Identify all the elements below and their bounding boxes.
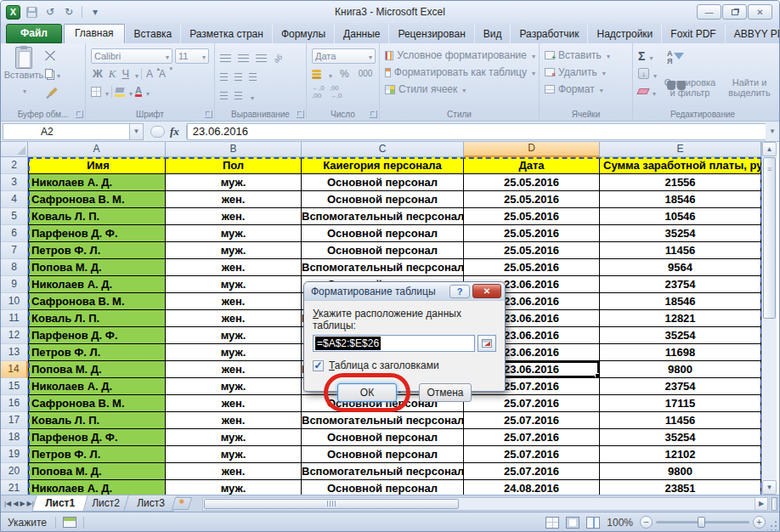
row-header[interactable]: 20 xyxy=(1,463,28,480)
dialog-launcher-icon[interactable] xyxy=(76,110,83,118)
cell-category[interactable]: Вспомогательный песрсонал xyxy=(302,259,464,276)
cell-date[interactable]: 25.05.2016 xyxy=(464,259,600,276)
page-layout-view-icon[interactable] xyxy=(566,517,579,529)
cell-gender[interactable]: муж. xyxy=(166,174,302,191)
ribbon-tab[interactable]: ABBYY PDF Trar xyxy=(725,25,780,43)
cell-date[interactable]: 25.05.2016 xyxy=(464,242,600,259)
delete-cells-button[interactable]: Удалить xyxy=(558,66,597,78)
comma-style-button[interactable]: 000 xyxy=(357,69,375,78)
minimize-button[interactable]: — xyxy=(697,4,721,20)
paste-button[interactable]: Вставить xyxy=(6,47,42,99)
grow-font-button[interactable]: А xyxy=(144,68,155,80)
table-row[interactable]: 20 Попова М. Д. жен. Вспомогательный пес… xyxy=(1,463,779,480)
cell-gender[interactable]: муж. xyxy=(166,446,302,463)
headers-checkbox-row[interactable]: ✓ Таблица с заголовками xyxy=(313,359,496,371)
zoom-out-icon[interactable]: − xyxy=(640,516,653,529)
row-header[interactable]: 7 xyxy=(1,242,28,259)
zoom-level[interactable]: 100% xyxy=(607,517,633,529)
row-header[interactable]: 6 xyxy=(1,225,28,242)
cell-gender[interactable]: муж. xyxy=(166,480,302,495)
scroll-right-icon[interactable]: ▶ xyxy=(755,498,767,510)
cell-name[interactable]: Сафронова В. М. xyxy=(28,191,166,208)
cell-gender[interactable]: муж. xyxy=(166,276,302,293)
cell-category[interactable]: Основной персонал xyxy=(302,174,464,191)
cell-sum[interactable]: 23754 xyxy=(600,378,761,395)
row-header[interactable]: 19 xyxy=(1,446,28,463)
cell-sum[interactable]: 21556 xyxy=(600,174,761,191)
dialog-launcher-icon[interactable] xyxy=(297,110,304,118)
column-header-e[interactable]: E xyxy=(600,142,761,157)
dialog-help-button[interactable]: ? xyxy=(449,285,470,298)
number-format-combo[interactable]: Дата xyxy=(312,48,376,64)
prev-sheet-icon[interactable]: ◀ xyxy=(13,500,18,507)
next-sheet-icon[interactable]: ▶ xyxy=(20,500,25,507)
range-input[interactable]: =$A$2:$E$26 xyxy=(313,335,475,352)
row-header[interactable]: 5 xyxy=(1,208,28,225)
cell-gender[interactable]: жен. xyxy=(166,463,302,480)
cell-sum[interactable]: 35254 xyxy=(600,429,761,446)
vertical-scroll-thumb[interactable] xyxy=(763,157,776,319)
cell-gender[interactable]: жен. xyxy=(166,310,302,327)
row-header[interactable]: 15 xyxy=(1,378,28,395)
cell-sum[interactable]: 17115 xyxy=(600,395,761,412)
conditional-formatting-button[interactable]: Условное форматирование xyxy=(397,49,527,61)
cell-date[interactable]: 25.05.2016 xyxy=(464,174,600,191)
cell-sum[interactable]: 12821 xyxy=(600,310,761,327)
zoom-thumb[interactable] xyxy=(698,517,705,528)
font-name-combo[interactable]: Calibri xyxy=(91,48,172,64)
redo-button[interactable]: ↻ xyxy=(61,4,76,20)
ok-button[interactable]: ОК xyxy=(337,383,397,402)
cell-date[interactable]: 25.07.2016 xyxy=(464,446,600,463)
ribbon-tab[interactable]: Рецензирован xyxy=(388,25,473,43)
cell-name[interactable]: Коваль Л. П. xyxy=(28,208,166,225)
table-row[interactable]: 3 Николаев А. Д. муж. Основной персонал … xyxy=(1,174,779,191)
table-row[interactable]: 17 Коваль Л. П. жен. Вспомогательный пес… xyxy=(1,412,779,429)
align-bottom-icon[interactable] xyxy=(256,54,267,55)
vertical-scrollbar[interactable]: ▲ ▼ xyxy=(761,142,777,495)
align-left-icon[interactable] xyxy=(220,73,228,74)
cell-name[interactable]: Николаев А. Д. xyxy=(28,480,166,495)
cell-gender[interactable]: жен. xyxy=(166,395,302,412)
cell-sum[interactable]: 18546 xyxy=(600,293,761,310)
ribbon-tab[interactable]: Разработчик xyxy=(510,25,587,43)
cell-gender[interactable]: жен. xyxy=(166,361,302,378)
dialog-launcher-icon[interactable] xyxy=(205,110,212,118)
cell-sum[interactable]: 9800 xyxy=(600,463,761,480)
cell-name[interactable]: Попова М. Д. xyxy=(28,463,166,480)
cell-date[interactable]: 25.05.2016 xyxy=(464,225,600,242)
cell-name[interactable]: Николаев А. Д. xyxy=(28,378,166,395)
table-row[interactable]: 21 Николаев А. Д. муж. Основной персонал… xyxy=(1,480,779,495)
tab-file[interactable]: Файл xyxy=(6,24,62,43)
cell-gender[interactable]: муж. xyxy=(166,378,302,395)
row-header[interactable]: 17 xyxy=(1,412,28,429)
checkbox-checked-icon[interactable]: ✓ xyxy=(313,360,324,371)
align-top-icon[interactable] xyxy=(220,54,231,55)
ribbon-tab[interactable]: Foxit PDF xyxy=(661,25,724,43)
ribbon-tab[interactable]: Данные xyxy=(334,25,388,43)
cell-gender[interactable]: муж. xyxy=(166,242,302,259)
zoom-in-icon[interactable]: + xyxy=(753,516,766,529)
insert-function-pill[interactable] xyxy=(150,126,165,138)
cell-category[interactable]: Основной персонал xyxy=(302,225,464,242)
header-cell-gender[interactable]: Пол xyxy=(166,157,302,174)
name-box-dropdown-icon[interactable]: ▼ xyxy=(130,123,144,140)
cell-sum[interactable]: 11456 xyxy=(600,412,761,429)
cell-gender[interactable]: жен. xyxy=(166,259,302,276)
row-header[interactable]: 11 xyxy=(1,310,28,327)
header-cell-date[interactable]: Дата xyxy=(464,157,600,174)
macro-record-icon[interactable] xyxy=(63,517,76,528)
cell-date[interactable]: 25.05.2016 xyxy=(464,191,600,208)
page-break-view-icon[interactable] xyxy=(586,517,600,529)
decrease-decimal-icon[interactable]: ,00→,0 xyxy=(330,84,342,99)
cell-category[interactable]: Основной персонал xyxy=(302,242,464,259)
cell-sum[interactable]: 35254 xyxy=(600,327,761,344)
name-box[interactable]: A2 xyxy=(3,123,130,140)
ribbon-tab[interactable]: Вставка xyxy=(125,25,181,43)
cell-sum[interactable]: 11456 xyxy=(600,242,761,259)
cell-date[interactable]: 24.08.2016 xyxy=(464,480,600,495)
bold-button[interactable]: Ж xyxy=(91,67,105,80)
cut-icon[interactable] xyxy=(45,51,55,60)
customize-toolbar-button[interactable]: ▾ xyxy=(88,4,103,20)
row-header[interactable]: 8 xyxy=(1,259,28,276)
cell-gender[interactable]: жен. xyxy=(166,191,302,208)
